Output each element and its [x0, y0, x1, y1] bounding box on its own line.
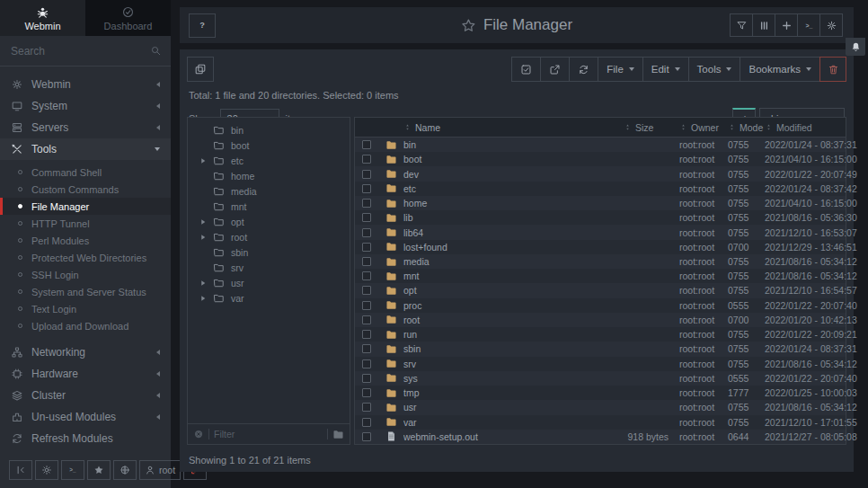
file-row[interactable]: sbin root:root 0755 2022/01/24 - 08:37:3…	[355, 342, 846, 356]
sidebar-footer-button[interactable]	[113, 460, 137, 480]
sidebar-item[interactable]: Networking	[0, 342, 171, 363]
sidebar-subitem[interactable]: Upload and Download	[0, 317, 171, 334]
sidebar-subitem[interactable]: System and Server Status	[0, 283, 171, 300]
toolbar-icon-button[interactable]	[569, 57, 598, 82]
row-checkbox[interactable]	[362, 315, 371, 324]
sidebar-subitem[interactable]: SSH Login	[0, 266, 171, 283]
file-row[interactable]: etc root:root 0755 2022/01/24 - 08:37:42	[355, 182, 846, 196]
tree-item[interactable]: sbin	[188, 244, 350, 260]
help-button[interactable]: ?	[189, 13, 216, 38]
sidebar-footer-button[interactable]	[87, 460, 111, 480]
file-row[interactable]: boot root:root 0755 2021/04/10 - 16:15:0…	[355, 152, 846, 166]
toolbar-icon-button[interactable]	[511, 57, 541, 82]
row-checkbox[interactable]	[362, 170, 371, 179]
sidebar-subitem[interactable]: Text Login	[0, 300, 171, 317]
titlebar-action-button[interactable]	[730, 13, 753, 37]
file-row[interactable]: sys root:root 0555 2022/01/22 - 20:07:40	[355, 371, 846, 386]
row-checkbox[interactable]	[362, 140, 371, 149]
toolbar-menu-button[interactable]: Edit	[642, 57, 689, 82]
row-checkbox[interactable]	[362, 271, 371, 280]
sidebar-item[interactable]: Refresh Modules	[0, 428, 171, 449]
tree-item[interactable]: opt	[188, 214, 350, 229]
sidebar-subitem[interactable]: Custom Commands	[0, 181, 171, 198]
row-checkbox[interactable]	[362, 432, 371, 441]
titlebar-action-button[interactable]: >_	[797, 13, 820, 37]
column-header-size[interactable]: Size	[624, 122, 679, 133]
column-header-modified[interactable]: Modified	[765, 122, 846, 133]
file-row[interactable]: opt root:root 0755 2021/12/10 - 16:54:57	[355, 283, 846, 297]
file-row[interactable]: home root:root 0755 2021/04/10 - 16:15:0…	[355, 196, 846, 210]
copy-path-button[interactable]	[187, 57, 214, 82]
sidebar-subitem[interactable]: HTTP Tunnel	[0, 215, 171, 232]
column-header-mode[interactable]: Mode	[728, 122, 765, 133]
sidebar-item[interactable]: System	[0, 95, 171, 117]
tree-item[interactable]: home	[188, 168, 350, 183]
sidebar-item[interactable]: Hardware	[0, 363, 171, 385]
file-row[interactable]: lib root:root 0755 2021/08/16 - 05:36:30	[355, 210, 846, 225]
file-row[interactable]: bin root:root 0755 2022/01/24 - 08:37:31	[355, 138, 846, 152]
tree-item[interactable]: bin	[188, 122, 350, 138]
file-row[interactable]: root root:root 0700 2022/01/20 - 10:42:1…	[355, 313, 846, 327]
sidebar-footer-button[interactable]: >_	[61, 460, 84, 480]
file-row[interactable]: lost+found root:root 0700 2021/12/29 - 1…	[355, 240, 846, 254]
row-checkbox[interactable]	[362, 374, 371, 383]
expand-arrow-icon[interactable]	[199, 279, 207, 287]
titlebar-action-button[interactable]	[775, 13, 798, 37]
sidebar-subitem[interactable]: Command Shell	[0, 164, 171, 181]
star-outline-icon[interactable]	[461, 18, 476, 33]
tree-item[interactable]: usr	[188, 275, 350, 290]
tree-item[interactable]: var	[188, 290, 350, 306]
row-checkbox[interactable]	[362, 301, 371, 310]
file-row[interactable]: var root:root 0755 2021/12/10 - 17:01:55	[355, 415, 846, 430]
expand-arrow-icon[interactable]	[199, 157, 207, 164]
file-row[interactable]: lib64 root:root 0755 2021/12/10 - 16:53:…	[355, 225, 846, 239]
file-row[interactable]: tmp root:root 1777 2022/01/25 - 10:00:03	[355, 386, 846, 400]
file-row[interactable]: media root:root 0755 2021/08/16 - 05:34:…	[355, 254, 846, 269]
trash-button[interactable]	[819, 57, 846, 82]
sidebar-item[interactable]: Un-used Modules	[0, 406, 171, 428]
file-row[interactable]: srv root:root 0755 2021/08/16 - 05:34:12	[355, 357, 846, 371]
row-checkbox[interactable]	[362, 199, 371, 208]
file-row[interactable]: usr root:root 0755 2021/08/16 - 05:34:12	[355, 400, 846, 414]
row-checkbox[interactable]	[362, 359, 371, 368]
sidebar-footer-button[interactable]	[35, 460, 58, 480]
tree-item[interactable]: media	[188, 183, 350, 199]
toolbar-menu-button[interactable]: Tools	[688, 57, 741, 82]
file-row[interactable]: proc root:root 0555 2022/01/22 - 20:07:4…	[355, 298, 846, 313]
expand-arrow-icon[interactable]	[199, 295, 207, 302]
row-checkbox[interactable]	[362, 344, 371, 353]
sidebar-item-tools[interactable]: Tools	[0, 138, 171, 160]
search-input[interactable]	[11, 45, 150, 58]
toolbar-menu-button[interactable]: Bookmarks	[740, 57, 820, 82]
sidebar-subitem[interactable]: File Manager	[0, 198, 171, 215]
file-row[interactable]: webmin-setup.out 918 bytes root:root 064…	[355, 430, 846, 444]
expand-arrow-icon[interactable]	[199, 234, 207, 241]
sidebar-footer-button[interactable]	[9, 460, 32, 480]
file-row[interactable]: mnt root:root 0755 2021/08/16 - 05:34:12	[355, 269, 846, 283]
row-checkbox[interactable]	[362, 228, 371, 237]
row-checkbox[interactable]	[362, 243, 371, 252]
sidebar-tab[interactable]: Webmin	[0, 0, 85, 36]
tree-item[interactable]: mnt	[188, 199, 350, 214]
sidebar-tab[interactable]: Dashboard	[85, 0, 171, 36]
column-header-owner[interactable]: Owner	[679, 122, 728, 133]
search-icon[interactable]	[150, 45, 162, 57]
tree-item[interactable]: root	[188, 229, 350, 244]
toolbar-menu-button[interactable]: File	[598, 57, 643, 82]
sidebar-item[interactable]: Servers	[0, 117, 171, 138]
expand-arrow-icon[interactable]	[199, 218, 207, 226]
titlebar-action-button[interactable]	[819, 13, 843, 37]
sidebar-subitem[interactable]: Perl Modules	[0, 232, 171, 249]
row-checkbox[interactable]	[362, 213, 371, 222]
row-checkbox[interactable]	[362, 330, 371, 339]
toolbar-icon-button[interactable]	[540, 57, 570, 82]
sidebar-subitem[interactable]: Protected Web Directories	[0, 249, 171, 266]
clear-filter-icon[interactable]	[193, 429, 204, 439]
row-checkbox[interactable]	[362, 418, 371, 427]
sidebar-footer-button[interactable]: root	[139, 460, 181, 480]
column-header-name[interactable]: Name	[403, 122, 624, 133]
file-row[interactable]: run root:root 0755 2022/01/22 - 20:09:21	[355, 327, 846, 342]
row-checkbox[interactable]	[362, 403, 371, 412]
row-checkbox[interactable]	[362, 388, 371, 397]
row-checkbox[interactable]	[362, 155, 371, 164]
